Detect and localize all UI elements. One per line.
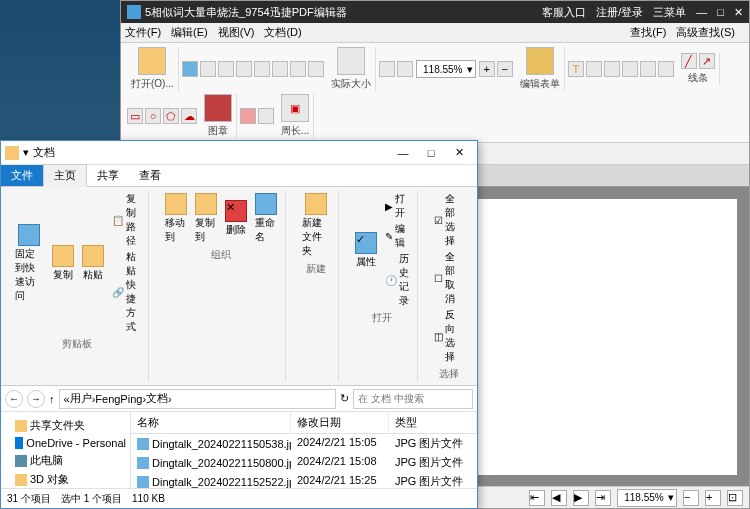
menu-advfind[interactable]: 高级查找(S) [676, 25, 735, 40]
copy-button[interactable]: 复制 [50, 243, 76, 284]
zoom-out-status-icon[interactable]: − [683, 490, 699, 506]
col-name[interactable]: 名称 [131, 412, 291, 433]
list-item[interactable]: Dingtalk_20240221150538.jpg2024/2/21 15:… [131, 434, 477, 453]
tree-item[interactable]: OneDrive - Personal [1, 435, 130, 451]
nav-first-icon[interactable]: ⇤ [529, 490, 545, 506]
login-link[interactable]: 注册/登录 [596, 5, 643, 20]
perimeter-button[interactable]: ▣ [281, 94, 309, 122]
cloud-icon[interactable]: ☁ [181, 108, 197, 124]
explorer-maximize-button[interactable]: □ [417, 147, 445, 159]
underline-icon[interactable] [640, 61, 656, 77]
explorer-minimize-button[interactable]: — [389, 147, 417, 159]
cut-icon[interactable] [254, 61, 270, 77]
status-zoom-input[interactable] [620, 492, 668, 503]
nav-forward-button[interactable]: → [27, 390, 45, 408]
print-icon[interactable] [200, 61, 216, 77]
edit-form-button[interactable] [526, 47, 554, 75]
tab-file[interactable]: 文件 [1, 165, 43, 186]
fit-status-icon[interactable]: ⊡ [727, 490, 743, 506]
text-tool-icon[interactable]: T [568, 61, 584, 77]
properties-button[interactable]: ✓属性 [353, 230, 379, 271]
menu-edit[interactable]: 编辑(E) [171, 25, 208, 40]
nav-back-button[interactable]: ← [5, 390, 23, 408]
maximize-button[interactable]: □ [717, 6, 724, 18]
zoom-out-icon[interactable]: − [497, 61, 513, 77]
fit-width-icon[interactable] [397, 61, 413, 77]
polygon-icon[interactable]: ⬠ [163, 108, 179, 124]
open-button[interactable] [138, 47, 166, 75]
circle-icon[interactable]: ○ [145, 108, 161, 124]
col-date[interactable]: 修改日期 [291, 412, 389, 433]
paste-button[interactable]: 粘贴 [80, 243, 106, 284]
breadcrumb[interactable]: « 用户 › FengPing › 文档 › [59, 389, 337, 409]
delete-button[interactable]: ✕删除 [223, 198, 249, 239]
open-mini-button[interactable]: ▶ 打开 [383, 191, 411, 221]
tree-item[interactable]: 共享文件夹 [1, 416, 130, 435]
file-icon [137, 457, 149, 469]
explorer-close-button[interactable]: ✕ [445, 146, 473, 159]
close-button[interactable]: ✕ [734, 6, 743, 19]
menu-view[interactable]: 视图(V) [218, 25, 255, 40]
stamp-label: 图章 [208, 124, 228, 138]
tab-share[interactable]: 共享 [87, 165, 129, 186]
eraser-icon[interactable] [240, 108, 256, 124]
note-icon[interactable] [604, 61, 620, 77]
paste-icon[interactable] [290, 61, 306, 77]
strikeout-icon[interactable] [622, 61, 638, 77]
line-icon[interactable]: ╱ [681, 53, 697, 69]
tree-item[interactable]: 此电脑 [1, 451, 130, 470]
nav-next-icon[interactable]: ▶ [573, 490, 589, 506]
tab-home[interactable]: 主页 [43, 164, 87, 187]
list-item[interactable]: Dingtalk_20240221150800.jpg2024/2/21 15:… [131, 453, 477, 472]
pin-button[interactable]: 固定到快速访问 [13, 222, 46, 305]
file-list[interactable]: 名称 修改日期 类型 Dingtalk_20240221150538.jpg20… [131, 412, 477, 488]
list-item[interactable]: Dingtalk_20240221152522.jpg2024/2/21 15:… [131, 472, 477, 488]
new-folder-button[interactable]: 新建文件夹 [300, 191, 332, 260]
zoom-input[interactable] [419, 64, 467, 75]
explorer-ribbon-tabs: 文件 主页 共享 查看 [1, 165, 477, 187]
refresh-icon[interactable]: ↻ [340, 392, 349, 405]
copy-to-button[interactable]: 复制到 [193, 191, 219, 246]
history-mini-button[interactable]: 🕐 历史记录 [383, 251, 411, 309]
col-type[interactable]: 类型 [389, 412, 477, 433]
nav-prev-icon[interactable]: ◀ [551, 490, 567, 506]
support-link[interactable]: 客服入口 [542, 5, 586, 20]
menu-file[interactable]: 文件(F) [125, 25, 161, 40]
undo-icon[interactable] [218, 61, 234, 77]
menu-find[interactable]: 查找(F) [630, 25, 666, 40]
crop-icon[interactable] [658, 61, 674, 77]
actual-size-button[interactable] [337, 47, 365, 75]
nav-last-icon[interactable]: ⇥ [595, 490, 611, 506]
menu-doc[interactable]: 文档(D) [264, 25, 301, 40]
zoom-combo[interactable]: ▾ [416, 60, 476, 78]
rect-icon[interactable]: ▭ [127, 108, 143, 124]
redo-icon[interactable] [236, 61, 252, 77]
move-to-button[interactable]: 移动到 [163, 191, 189, 246]
explorer-address-bar: ← → ↑ « 用户 › FengPing › 文档 › ↻ [1, 386, 477, 412]
paste-shortcut-button[interactable]: 🔗 粘贴快捷方式 [110, 249, 142, 335]
select-all-button[interactable]: ☑ 全部选择 [432, 191, 465, 249]
fit-page-icon[interactable] [379, 61, 395, 77]
save-icon[interactable] [182, 61, 198, 77]
arrow-icon[interactable]: ↗ [699, 53, 715, 69]
edit-mini-button[interactable]: ✎ 编辑 [383, 221, 411, 251]
zoom-in-icon[interactable]: + [479, 61, 495, 77]
status-zoom[interactable]: ▾ [617, 489, 677, 507]
minimize-button[interactable]: — [696, 6, 707, 18]
nav-tree[interactable]: 共享文件夹OneDrive - Personal此电脑3D 对象视频图片文档下载… [1, 412, 131, 488]
zoom-in-status-icon[interactable]: + [705, 490, 721, 506]
ruler-icon[interactable] [258, 108, 274, 124]
nav-up-button[interactable]: ↑ [49, 393, 55, 405]
rename-button[interactable]: 重命名 [253, 191, 279, 246]
stamp-button[interactable] [204, 94, 232, 122]
highlight-icon[interactable] [586, 61, 602, 77]
tab-view[interactable]: 查看 [129, 165, 171, 186]
menu-link[interactable]: 三菜单 [653, 5, 686, 20]
select-none-button[interactable]: ☐ 全部取消 [432, 249, 465, 307]
search-input[interactable] [353, 389, 473, 409]
copy-path-button[interactable]: 📋 复制路径 [110, 191, 142, 249]
select-invert-button[interactable]: ◫ 反向选择 [432, 307, 465, 365]
copy-icon[interactable] [272, 61, 288, 77]
tree-item[interactable]: 3D 对象 [1, 470, 130, 488]
camera-icon[interactable] [308, 61, 324, 77]
